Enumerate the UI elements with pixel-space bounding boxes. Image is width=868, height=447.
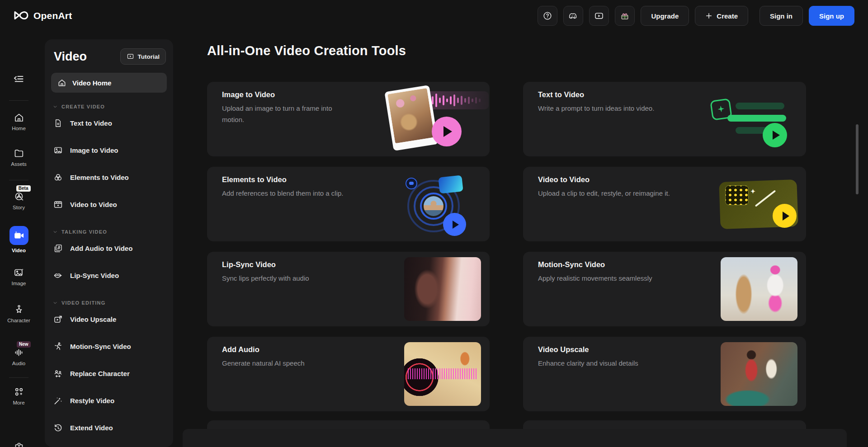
emoji-thumbnail	[725, 185, 749, 205]
beta-badge: Beta	[16, 185, 31, 192]
rail-item-label: More	[13, 400, 24, 405]
sidebar-item-add-audio-to-video[interactable]: Add Audio to Video	[45, 235, 173, 262]
sidebar-item-video-home[interactable]: Video Home	[51, 73, 167, 93]
sidebar-item-text-to-video[interactable]: Text to Video	[45, 109, 173, 136]
card-title: Motion-Sync Video	[538, 260, 605, 269]
collapse-sidebar-button[interactable]	[0, 72, 38, 85]
rail-item-label: Character	[7, 318, 30, 323]
tool-card-add-audio[interactable]: Add Audio Generate natural AI speech	[207, 337, 490, 411]
card-title: Video to Video	[538, 175, 590, 184]
upgrade-button[interactable]: Upgrade	[641, 6, 689, 26]
play-icon	[763, 123, 787, 147]
play-icon	[443, 213, 466, 236]
sidebar-item-replace-character[interactable]: Replace Character	[45, 360, 173, 387]
folder-icon	[14, 148, 24, 159]
rail-item-audio[interactable]: New Audio	[0, 347, 38, 366]
monitor-play-icon	[127, 53, 134, 61]
text-line-graphic	[727, 115, 786, 122]
rail-item-character[interactable]: Character	[0, 304, 38, 323]
sidebar-tutorial-label: Tutorial	[138, 53, 160, 60]
sidebar-item-video-upscale[interactable]: Video Upscale	[45, 306, 173, 333]
gradient-reference	[438, 175, 463, 193]
text-line-graphic	[736, 103, 784, 109]
add-audio-thumbnail	[404, 342, 481, 406]
video-camera-icon	[9, 226, 28, 245]
page-title: All-in-One Video Creation Tools	[207, 43, 406, 58]
card-title: Add Audio	[222, 345, 259, 354]
home-icon	[14, 112, 24, 123]
rail-item-label: Story	[13, 205, 25, 210]
sidebar-item-label: Replace Character	[70, 370, 130, 377]
sidebar-item-restyle-video[interactable]: Restyle Video	[45, 387, 173, 414]
card-description: Upload a clip to edit, restyle, or reima…	[538, 188, 732, 199]
sidebar-header: Video Tutorial	[45, 39, 173, 67]
tool-card-text-to-video[interactable]: Text to Video Write a prompt to turn ide…	[523, 82, 806, 156]
sidebar-item-elements-to-video[interactable]: Elements to Video	[45, 164, 173, 191]
help-button[interactable]	[538, 6, 557, 26]
gift-button[interactable]	[615, 6, 635, 26]
topbar-actions: Upgrade Create Sign in Sign up	[538, 6, 854, 26]
sidebar-item-motion-sync-video[interactable]: Motion-Sync Video	[45, 333, 173, 360]
sidebar-item-extend-video[interactable]: Extend Video	[45, 414, 173, 441]
section-video-editing[interactable]: VIDEO EDITING	[53, 300, 165, 306]
tool-card-image-to-video[interactable]: Image to Video Upload an image to turn a…	[207, 82, 490, 156]
sign-in-button[interactable]: Sign in	[760, 6, 803, 26]
sidebar-title: Video	[54, 50, 87, 64]
sidebar-item-video-to-video[interactable]: Video to Video	[45, 191, 173, 218]
reference-photo	[424, 196, 443, 216]
venn-circles-icon	[53, 173, 63, 182]
sidebar-item-label: Lip-Sync Video	[70, 272, 119, 279]
lip-sync-thumbnail	[404, 257, 481, 321]
card-title: Elements to Video	[222, 175, 287, 184]
section-create-video[interactable]: CREATE VIDEO	[53, 104, 165, 109]
create-button-label: Create	[717, 12, 738, 20]
rail-item-image[interactable]: Image	[0, 267, 38, 286]
tool-card-lip-sync-video[interactable]: Lip-Sync Video Sync lips perfectly with …	[207, 252, 490, 326]
create-button[interactable]: Create	[695, 6, 748, 26]
video-sidebar: Video Tutorial Video Home CREATE VIDEO	[45, 39, 173, 447]
sidebar-item-label: Add Audio to Video	[70, 245, 132, 252]
book-icon	[14, 442, 24, 447]
sidebar-item-label: Video Upscale	[70, 315, 116, 323]
section-talking-video[interactable]: TALKING VIDEO	[53, 229, 165, 235]
rail-item-assets[interactable]: Assets	[0, 148, 38, 167]
rail-item-home[interactable]: Home	[0, 112, 38, 131]
sidebar-item-image-to-video[interactable]: Image to Video	[45, 136, 173, 164]
tools-grid: Image to Video Upload an image to turn a…	[207, 82, 806, 411]
card-description: Sync lips perfectly with audio	[222, 273, 416, 284]
music-note-icon	[53, 244, 63, 253]
rail-item-label: Image	[12, 281, 26, 286]
youtube-button[interactable]	[589, 6, 609, 26]
polaroid-photo	[384, 85, 438, 151]
tool-card-motion-sync-video[interactable]: Motion-Sync Video Apply realistic moveme…	[523, 252, 806, 326]
sign-up-button[interactable]: Sign up	[809, 6, 854, 26]
cat-reference-icon	[406, 178, 417, 189]
main-scrollbar[interactable]	[856, 124, 859, 194]
image-icon	[53, 146, 63, 155]
chevron-down-icon	[53, 301, 57, 305]
card-description: Apply realistic movements seamlessly	[538, 273, 732, 284]
rail-item-tutorial[interactable]: Tutorial	[0, 442, 38, 447]
rail-item-story[interactable]: Beta Story	[0, 191, 38, 210]
tool-card-video-to-video[interactable]: Video to Video Upload a clip to edit, re…	[523, 167, 806, 241]
sidebar-tutorial-button[interactable]: Tutorial	[120, 48, 166, 65]
lips-icon	[53, 271, 63, 280]
sidebar-item-label: Elements to Video	[70, 174, 129, 181]
section-label-text: TALKING VIDEO	[61, 229, 107, 235]
section-label-text: CREATE VIDEO	[61, 104, 105, 109]
openart-app: OpenArt	[0, 0, 868, 447]
rail-item-label: Audio	[12, 361, 25, 366]
tool-card-video-upscale[interactable]: Video Upscale Enhance clarity and visual…	[523, 337, 806, 411]
openart-logo[interactable]: OpenArt	[14, 9, 72, 23]
sidebar-item-label: Restyle Video	[70, 397, 114, 405]
card-title: Image to Video	[222, 90, 275, 99]
rail-item-more[interactable]: More	[0, 386, 38, 405]
rail-item-video[interactable]: Video	[0, 226, 38, 253]
card-description: Upload an image to turn a frame into mot…	[222, 103, 353, 126]
waveform-icon: New	[14, 347, 24, 358]
sidebar-item-label: Image to Video	[70, 146, 118, 154]
tool-card-elements-to-video[interactable]: Elements to Video Add references to blen…	[207, 167, 490, 241]
discord-button[interactable]	[563, 6, 583, 26]
sidebar-item-label: Video Home	[72, 79, 111, 87]
sidebar-item-lip-sync-video[interactable]: Lip-Sync Video	[45, 262, 173, 289]
